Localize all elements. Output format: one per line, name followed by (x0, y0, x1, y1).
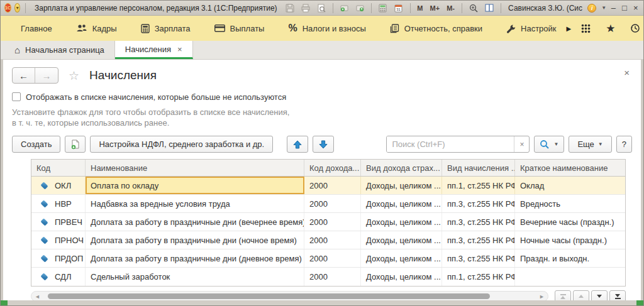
memory-minus-button[interactable]: M- (445, 3, 457, 14)
menu-overflow-arrow-icon[interactable]: ▶ (567, 25, 572, 32)
current-user[interactable]: Савинская З.Ю. (Системный прог... (506, 4, 582, 13)
cell-name[interactable]: Надбавка за вредные условия труда (86, 195, 304, 212)
cell-code[interactable]: НВР (31, 195, 86, 212)
table-row[interactable]: ОКЛ Оплата по окладу 2000 Доходы, целико… (31, 177, 625, 195)
create-by-copy-button[interactable] (65, 136, 86, 153)
memory-button[interactable]: M (415, 3, 425, 14)
move-up-button[interactable] (287, 136, 308, 153)
search-clear-icon[interactable]: × (514, 136, 529, 152)
save-file-icon[interactable] (353, 3, 366, 14)
menu-item-nalogi[interactable]: % Налоги и взносы (288, 23, 365, 34)
col-header-short-name[interactable]: Краткое наименование (515, 160, 625, 176)
cell-short-name[interactable]: Ночные часы (праздн.) (515, 231, 625, 249)
menu-item-otchetnost[interactable]: Отчетность, справки (390, 24, 482, 33)
zoom-icon[interactable] (467, 3, 480, 14)
menu-item-nastroyki[interactable]: Настройк (506, 24, 556, 33)
table-row[interactable]: ПРДОП Доплата за работу в праздничные дн… (31, 249, 625, 268)
system-menu-chevron-icon[interactable]: ▼ (14, 3, 20, 13)
print-icon[interactable] (299, 3, 312, 14)
show-unused-checkbox[interactable] (12, 92, 21, 101)
menu-item-vyplaty[interactable]: Выплаты (214, 24, 265, 33)
menu-item-zarplata[interactable]: Зарплата (141, 24, 191, 33)
cell-code[interactable]: ОКЛ (31, 177, 86, 194)
col-header-name[interactable]: Наименование (86, 160, 304, 176)
info-chevron-icon[interactable]: ▼ (601, 5, 606, 11)
history-icon[interactable] (630, 23, 640, 33)
favorite-star-icon[interactable]: ☆ (69, 68, 79, 83)
table-row[interactable]: ПРНОЧ Доплата за работу в праздничные дн… (31, 231, 625, 249)
cell-accrual-kind[interactable]: пп.3, ст.255 НК РФ (442, 249, 515, 267)
cell-income-code[interactable]: 2000 (304, 195, 361, 212)
cell-insurance[interactable]: Доходы, целиком ... (361, 213, 442, 231)
table-row[interactable]: НВР Надбавка за вредные условия труда 20… (31, 195, 625, 213)
form-close-icon[interactable]: × (619, 67, 635, 78)
col-header-code[interactable]: Код (31, 160, 86, 176)
cell-name-focused[interactable]: Оплата по окладу (86, 177, 304, 194)
cell-insurance[interactable]: Доходы, целиком ... (361, 268, 442, 286)
more-button[interactable]: Еще ▼ (569, 136, 611, 153)
cell-income-code[interactable]: 2000 (304, 213, 361, 231)
cell-accrual-kind[interactable]: пп.1, ст.255 НК РФ (442, 268, 515, 286)
cell-short-name[interactable]: Вредность (515, 195, 625, 212)
tab-home[interactable]: ⌂ Начальная страница (4, 41, 115, 59)
cell-insurance[interactable]: Доходы, целиком ... (361, 195, 442, 212)
cell-short-name[interactable]: Праздн. и выходн. (515, 249, 625, 267)
table-row[interactable]: ПРВЕЧ Доплата за работу в праздничные дн… (31, 213, 625, 231)
scroll-left-icon[interactable]: ◄ (35, 292, 40, 301)
menu-item-kadry[interactable]: Кадры (76, 24, 117, 33)
cell-insurance[interactable]: Доходы, целиком ... (361, 231, 442, 249)
create-button[interactable]: Создать (12, 136, 60, 153)
ndfl-settings-button[interactable]: Настройка НДФЛ, среднего заработка и др. (90, 136, 273, 153)
close-icon[interactable]: × (631, 3, 640, 13)
cell-name[interactable]: Доплата за работу в праздничные дни (ноч… (86, 231, 304, 249)
move-down-button[interactable] (313, 136, 334, 153)
table-row[interactable]: СДЛ Сдельный заработок 2000 Доходы, цели… (31, 268, 625, 286)
cell-accrual-kind[interactable]: пп.3, ст.255 НК РФ (442, 195, 515, 212)
cell-name[interactable]: Сдельный заработок (86, 268, 304, 286)
memory-plus-button[interactable]: M+ (428, 3, 442, 14)
cell-accrual-kind[interactable]: пп.1, ст.255 НК РФ (442, 177, 515, 194)
minimize-icon[interactable]: – (609, 3, 618, 13)
search-input[interactable] (387, 136, 514, 152)
load-file-icon[interactable] (338, 3, 350, 14)
maximize-icon[interactable]: □ (621, 3, 629, 13)
cell-code[interactable]: ПРНОЧ (31, 231, 86, 249)
cell-short-name[interactable]: Оклад (515, 177, 625, 194)
col-header-accrual-kind[interactable]: Вид начисления ... (442, 160, 515, 176)
menu-item-glavnoe[interactable]: Главное (21, 24, 52, 33)
tab-close-icon[interactable]: × (177, 45, 182, 54)
col-header-income-code[interactable]: Код дохода... (304, 160, 361, 176)
search-settings-button[interactable]: ▼ (534, 136, 564, 153)
cell-accrual-kind[interactable]: пп.3, ст.255 НК РФ (442, 213, 515, 231)
cell-name[interactable]: Доплата за работу в праздничные дни (дне… (86, 249, 304, 267)
favorites-star-icon[interactable]: ★ (606, 23, 615, 34)
cell-short-name[interactable]: Вечерние часы (праздн.) (515, 213, 625, 231)
save-icon[interactable] (284, 3, 296, 14)
apps-grid-icon[interactable] (581, 24, 591, 33)
scrollbar-thumb[interactable] (48, 293, 490, 299)
cell-income-code[interactable]: 2000 (304, 249, 361, 267)
cell-insurance[interactable]: Доходы, целиком ... (361, 177, 442, 194)
help-button[interactable]: ? (616, 136, 632, 153)
calendar-icon[interactable]: 31 (392, 3, 405, 14)
cell-code[interactable]: ПРВЕЧ (31, 213, 86, 231)
cell-name[interactable]: Доплата за работу в праздничные дни (веч… (86, 213, 304, 231)
split-window-icon[interactable] (483, 3, 496, 14)
cell-code[interactable]: ПРДОП (31, 249, 86, 267)
calculator-icon[interactable] (377, 3, 389, 14)
col-header-insurance[interactable]: Вид дохода страх... (361, 160, 442, 176)
scroll-right-icon[interactable]: ► (539, 292, 545, 301)
print-preview-icon[interactable] (315, 3, 328, 14)
back-button[interactable]: ← (13, 68, 35, 83)
cell-insurance[interactable]: Доходы, целиком ... (361, 249, 442, 267)
cell-code[interactable]: СДЛ (31, 268, 86, 286)
cell-income-code[interactable]: 2000 (304, 231, 361, 249)
show-unused-label[interactable]: Отображать в списке начисления, которые … (26, 92, 286, 102)
cell-income-code[interactable]: 2000 (304, 177, 361, 194)
tab-nachisleniya[interactable]: Начисления × (115, 41, 193, 59)
forward-button[interactable]: → (35, 68, 58, 83)
cell-income-code[interactable]: 2000 (304, 268, 361, 286)
cell-short-name[interactable] (515, 268, 625, 286)
cell-accrual-kind[interactable]: пп.3, ст.255 НК РФ (442, 231, 515, 249)
info-icon[interactable]: i (586, 3, 598, 14)
